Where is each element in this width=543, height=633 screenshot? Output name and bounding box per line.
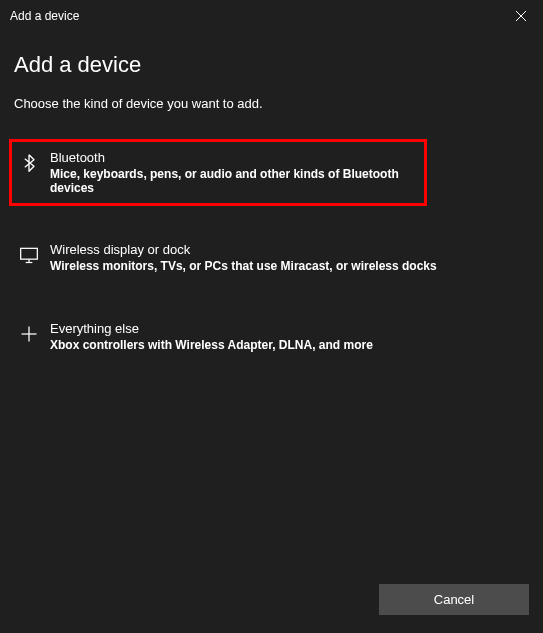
option-text: Everything else Xbox controllers with Wi… <box>50 321 525 352</box>
option-wireless-display[interactable]: Wireless display or dock Wireless monito… <box>12 232 531 283</box>
option-everything-else[interactable]: Everything else Xbox controllers with Wi… <box>12 311 531 362</box>
option-title: Wireless display or dock <box>50 242 525 257</box>
bluetooth-icon <box>18 152 40 174</box>
option-title: Everything else <box>50 321 525 336</box>
dialog-footer: Cancel <box>379 584 529 615</box>
option-bluetooth[interactable]: Bluetooth Mice, keyboards, pens, or audi… <box>9 139 427 206</box>
option-text: Wireless display or dock Wireless monito… <box>50 242 525 273</box>
page-subtitle: Choose the kind of device you want to ad… <box>12 96 531 111</box>
page-heading: Add a device <box>12 52 531 78</box>
close-icon <box>516 11 526 21</box>
window-title: Add a device <box>10 9 79 23</box>
option-description: Wireless monitors, TVs, or PCs that use … <box>50 259 525 273</box>
plus-icon <box>18 323 40 345</box>
option-description: Mice, keyboards, pens, or audio and othe… <box>50 167 418 195</box>
option-text: Bluetooth Mice, keyboards, pens, or audi… <box>50 150 418 195</box>
cancel-button[interactable]: Cancel <box>379 584 529 615</box>
option-description: Xbox controllers with Wireless Adapter, … <box>50 338 525 352</box>
dialog-content: Add a device Choose the kind of device y… <box>0 32 543 362</box>
titlebar: Add a device <box>0 0 543 32</box>
close-button[interactable] <box>499 0 543 32</box>
monitor-icon <box>18 244 40 266</box>
option-title: Bluetooth <box>50 150 418 165</box>
svg-rect-2 <box>21 248 38 259</box>
